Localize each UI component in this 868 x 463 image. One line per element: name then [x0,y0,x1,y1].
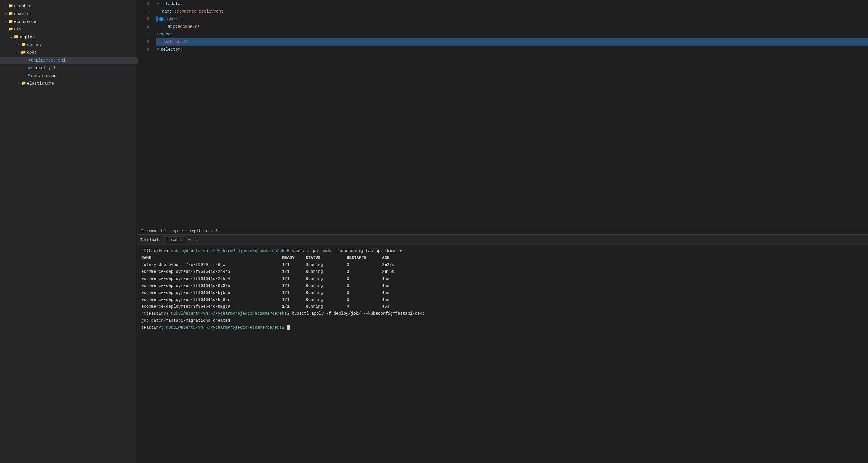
chevron-right-icon: › [15,42,21,47]
terminal-table-header: NAME READY STATUS RESTARTS AGE [142,255,865,262]
line-numbers: 3 4 5 6 7 8 9 [138,0,153,228]
code-line-3: ⊟ metadata: [156,0,868,8]
fold-icon-3[interactable]: ⊟ [156,2,160,6]
code-line-5: ↻ labels: [156,15,868,23]
chevron-right-icon: › [2,3,8,9]
editor-content: 3 4 5 6 7 8 9 ⊟ metadata: name: ecommerc… [138,0,868,228]
sidebar-item-deployment-yml[interactable]: ⚙ deployment.yml [0,57,137,64]
folder-icon: 📁 [21,42,26,48]
terminal-pod-row: ecommerce-deployment-9f964644c-nmgp9 1/1… [142,303,865,310]
terminal-tab-local[interactable]: Local × [164,236,185,243]
terminal-label: Terminal: [140,238,161,242]
folder-open-icon: 📂 [8,26,13,33]
sidebar-item-label: deploy [20,34,35,40]
chevron-down-icon: ⌄ [15,50,21,55]
yaml-file-icon: ⚙ [28,73,30,79]
chevron-right-icon: › [15,81,21,86]
folder-icon: 📁 [8,3,13,9]
code-line-6: app: ecommerce [156,23,868,31]
sidebar-item-code[interactable]: ⌄ 📂 code [0,48,137,56]
sidebar-item-label: code [27,49,37,56]
yaml-file-icon: ⚙ [28,65,30,71]
folder-open-icon: 📂 [14,34,19,40]
code-line-9: ⊟ selector: [156,46,868,53]
sidebar-item-ecommerce[interactable]: › 📁 ecommerce [0,18,137,26]
folder-icon: 📁 [8,19,13,25]
sidebar-item-celery[interactable]: › 📁 celery [0,41,137,48]
sidebar-item-label: ecommerce [14,19,36,25]
terminal-pod-row: ecommerce-deployment-9f964644c-2h4h5 1/1… [142,268,865,275]
terminal-cursor [287,325,289,330]
terminal-pod-row: ecommerce-deployment-9f964644c-2ph54 1/1… [142,275,865,283]
sidebar-item-elasticache[interactable]: › 📁 elasticache [0,80,137,87]
sidebar-item-alembic[interactable]: › 📁 alembic [0,2,137,10]
sidebar-item-charts[interactable]: › 📁 charts [0,10,137,18]
sidebar-item-label: deployment.yml [31,57,66,64]
sidebar: › 📁 alembic › 📁 charts › 📁 ecommerce ⌄ 📂… [0,0,138,463]
terminal-output-line: job.batch/fastapi-migrations created [142,317,865,324]
terminal-line-ctrl2: ^C(FastEnv) mukul@ubuntu-vm:~/PycharmPro… [142,310,865,317]
sidebar-item-label: eks [14,26,22,33]
sidebar-item-label: service.yml [31,73,58,79]
gutter-sync-icon: ↻ [159,17,164,22]
chevron-down-icon: ⌄ [2,27,8,32]
terminal-container: Terminal: Local × + ⌄ ^C(FastEnv) mukul@… [138,234,868,463]
chevron-right-icon: › [2,11,8,17]
folder-icon: 📁 [8,11,13,17]
terminal-pod-row: ecommerce-deployment-9f964644c-bjbtb 1/1… [142,290,865,297]
add-terminal-button[interactable]: + [186,237,193,243]
code-content[interactable]: ⊟ metadata: name: ecommerce-deployment ↻… [153,0,868,228]
close-tab-icon[interactable]: × [180,238,182,242]
sidebar-item-secret-yml[interactable]: ⚙ secret.yml [0,64,137,72]
file-tree: › 📁 alembic › 📁 charts › 📁 ecommerce ⌄ 📂… [0,0,137,463]
fold-icon-7[interactable]: ⊟ [156,32,160,36]
terminal-body[interactable]: ^C(FastEnv) mukul@ubuntu-vm:~/PycharmPro… [138,245,868,463]
code-line-7: ⊟ spec: [156,31,868,38]
terminal-pod-row: ecommerce-deployment-9f964644c-8v99b 1/1… [142,283,865,290]
terminal-prompt-final: (FastEnv) mukul@ubuntu-vm:~/PycharmProje… [142,324,865,331]
sidebar-item-label: charts [14,10,29,17]
terminal-line-ctrl1: ^C(FastEnv) mukul@ubuntu-vm:~/PycharmPro… [142,247,865,255]
main-area: 3 4 5 6 7 8 9 ⊟ metadata: name: ecommerc… [138,0,868,463]
sidebar-item-label: elasticache [27,80,54,87]
sidebar-item-label: celery [27,42,42,48]
terminal-pod-row: ecommerce-deployment-9f964644c-hh65r 1/1… [142,297,865,304]
breadcrumb: Document 1/1 › spec: › replicas: › 6 [138,228,868,234]
editor: 3 4 5 6 7 8 9 ⊟ metadata: name: ecommerc… [138,0,868,234]
chevron-right-icon: › [2,19,8,24]
breadcrumb-text: Document 1/1 › spec: › replicas: › 6 [142,229,217,233]
terminal-tabs: Terminal: Local × + ⌄ [138,235,868,245]
fold-icon-9[interactable]: ⊟ [156,47,160,52]
terminal-pod-row: celery-deployment-77c7f9979f-rz6pw 1/1 R… [142,262,865,269]
terminal-more-button[interactable]: ⌄ [194,237,200,243]
code-line-4: name: ecommerce-deployment [156,8,868,15]
yaml-file-icon: ⚙ [28,58,30,64]
sidebar-item-deploy[interactable]: ⌄ 📂 deploy [0,33,137,41]
chevron-down-icon: ⌄ [8,35,14,40]
code-line-8: replicas: 6 [156,38,868,46]
terminal-tab-label: Local [167,238,178,242]
folder-open-icon: 📂 [21,49,26,56]
folder-icon: 📁 [21,80,26,87]
sidebar-item-label: secret.yml [31,65,56,71]
sidebar-item-eks[interactable]: ⌄ 📂 eks [0,26,137,33]
sidebar-item-service-yml[interactable]: ⚙ service.yml [0,72,137,80]
sidebar-item-label: alembic [14,3,31,9]
